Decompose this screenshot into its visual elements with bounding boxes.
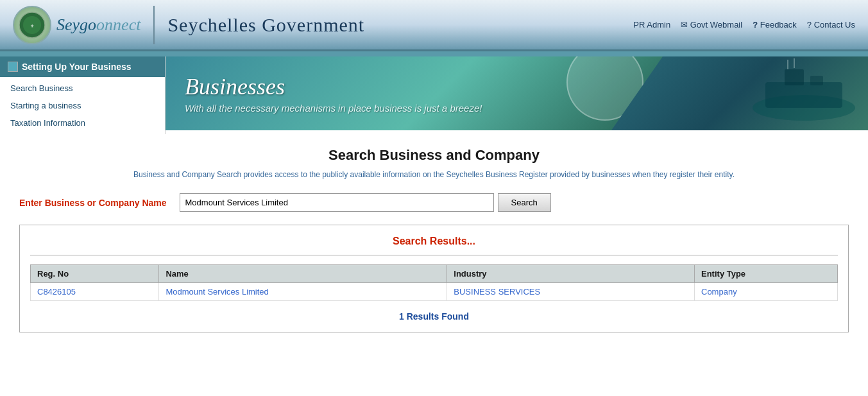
svg-rect-6 xyxy=(785,69,804,85)
navbar-stripe xyxy=(0,51,868,56)
feedback-icon: ? xyxy=(753,20,758,30)
sidebar: Setting Up Your Business Search Business… xyxy=(0,56,166,134)
search-row: Enter Business or Company Name Search xyxy=(19,193,849,212)
sidebar-heading-label: Setting Up Your Business xyxy=(22,62,132,72)
content-area: Setting Up Your Business Search Business… xyxy=(0,56,868,134)
col-name: Name xyxy=(159,265,447,283)
reg-no-link[interactable]: C8426105 xyxy=(37,287,76,297)
connect-part: onnect xyxy=(96,15,140,34)
sidebar-heading: Setting Up Your Business xyxy=(0,56,165,77)
col-reg-no: Reg. No xyxy=(31,265,159,283)
envelope-icon: ✉ xyxy=(681,20,688,30)
site-name: Seygoonnect xyxy=(56,15,140,35)
banner: Businesses With all the necessary mechan… xyxy=(166,56,868,130)
sidebar-nav: Search Business Starting a business Taxa… xyxy=(0,77,165,134)
search-button[interactable]: Search xyxy=(498,193,551,212)
page-title: Search Business and Company xyxy=(19,147,849,164)
search-label: Enter Business or Company Name xyxy=(19,198,167,208)
banner-title: Businesses xyxy=(185,73,482,100)
table-head: Reg. No Name Industry Entity Type xyxy=(31,265,838,283)
col-industry: Industry xyxy=(447,265,695,283)
col-entity-type: Entity Type xyxy=(695,265,838,283)
table-body: C8426105Modmount Services LimitedBUSINES… xyxy=(31,283,838,301)
search-business-link[interactable]: Search Business xyxy=(0,80,165,97)
pr-admin-label: PR Admin xyxy=(633,20,670,30)
header-nav: PR Admin ✉ Govt Webmail ? Feedback ? Con… xyxy=(633,20,855,30)
gov-title: Seychelles Government xyxy=(167,14,364,36)
header-divider xyxy=(153,6,155,44)
results-table: Reg. No Name Industry Entity Type C84261… xyxy=(30,264,838,301)
company-name-link[interactable]: Modmount Services Limited xyxy=(166,287,268,297)
contact-us-link[interactable]: ? Contact Us xyxy=(807,20,855,30)
main-content: Search Business and Company Business and… xyxy=(0,134,868,345)
entity-type-link[interactable]: Company xyxy=(701,287,737,297)
govt-webmail-link[interactable]: ✉ Govt Webmail xyxy=(681,20,742,30)
logo-emblem: ⚜ xyxy=(13,6,51,44)
sidebar-heading-icon xyxy=(8,62,18,72)
header: ⚜ Seygoonnect Seychelles Government PR A… xyxy=(0,0,868,51)
seygov-part: Seygo xyxy=(56,15,96,34)
taxation-link[interactable]: Taxation Information xyxy=(0,114,165,132)
svg-rect-5 xyxy=(765,82,842,108)
table-row: C8426105Modmount Services LimitedBUSINES… xyxy=(31,283,838,301)
svg-rect-7 xyxy=(810,76,823,85)
banner-text-area: Businesses With all the necessary mechan… xyxy=(166,60,501,126)
sidebar-item-starting-business[interactable]: Starting a business xyxy=(0,97,165,114)
contact-icon: ? xyxy=(807,20,812,30)
banner-ship-decoration xyxy=(611,56,868,130)
sidebar-item-search-business[interactable]: Search Business xyxy=(0,80,165,97)
industry-link[interactable]: BUSINESS SERVICES xyxy=(454,287,540,297)
svg-text:⚜: ⚜ xyxy=(30,24,34,29)
starting-business-link[interactable]: Starting a business xyxy=(0,97,165,114)
page-description: Business and Company Search provides acc… xyxy=(19,169,849,180)
results-title: Search Results... xyxy=(30,236,838,247)
table-header-row: Reg. No Name Industry Entity Type xyxy=(31,265,838,283)
results-box: Search Results... Reg. No Name Industry … xyxy=(19,225,849,332)
feedback-link[interactable]: ? Feedback xyxy=(753,20,797,30)
results-divider xyxy=(30,255,838,255)
banner-subtitle: With all the necessary mechanisms in pla… xyxy=(185,103,482,114)
search-input[interactable] xyxy=(180,193,494,212)
sidebar-item-taxation[interactable]: Taxation Information xyxy=(0,114,165,132)
results-count: 1 Results Found xyxy=(30,311,838,322)
logo-area: ⚜ Seygoonnect xyxy=(13,6,140,44)
